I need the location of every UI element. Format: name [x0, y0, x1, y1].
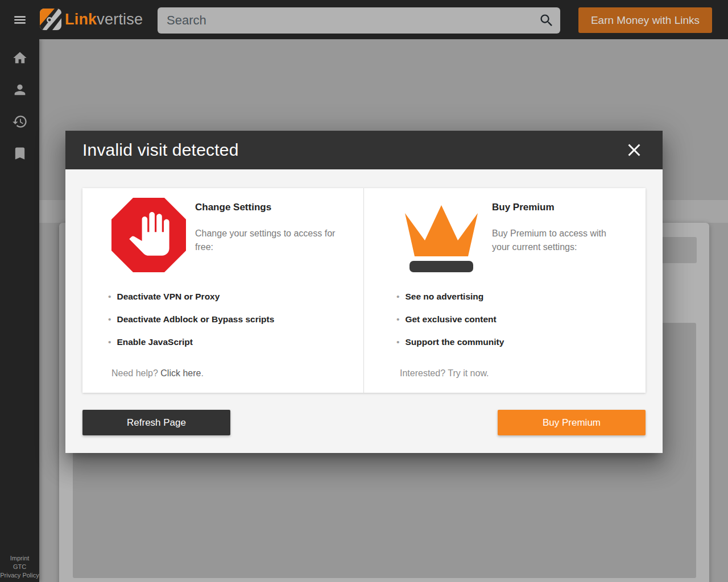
modal-body: Change Settings Change your settings to … — [65, 169, 663, 453]
need-help-text: Need help? — [111, 368, 158, 378]
buy-premium-column: Buy Premium Buy Premium to access with y… — [364, 188, 646, 393]
bullet-item: See no advertising — [396, 292, 504, 301]
stop-hand-icon — [111, 198, 186, 272]
earn-money-button[interactable]: Earn Money with Links — [578, 7, 712, 33]
sidebar-item-profile[interactable] — [0, 82, 39, 98]
crown-icon — [402, 203, 481, 273]
linkvertise-logo[interactable]: Linkvertise — [40, 9, 143, 30]
home-icon — [12, 50, 28, 66]
change-settings-text: Change Settings Change your settings to … — [195, 202, 337, 254]
help-suffix: . — [201, 368, 203, 378]
sidebar-footer: Imprint GTC Privacy Policy — [0, 554, 39, 580]
buy-premium-bullets: See no advertising Get exclusive content… — [396, 292, 504, 360]
search-icon[interactable] — [533, 7, 560, 34]
modal-header: Invalid visit detected — [65, 131, 663, 169]
change-settings-heading: Change Settings — [195, 202, 337, 213]
buy-premium-button[interactable]: Buy Premium — [498, 410, 646, 435]
sidebar-item-history[interactable] — [0, 114, 39, 130]
bullet-item: Enable JavaScript — [108, 338, 274, 347]
options-card: Change Settings Change your settings to … — [82, 188, 646, 393]
privacy-policy-link[interactable]: Privacy Policy — [0, 571, 39, 580]
top-header: Linkvertise Earn Money with Links — [0, 0, 728, 39]
refresh-page-button[interactable]: Refresh Page — [82, 410, 230, 435]
bullet-item: Deactivate Adblock or Bypass scripts — [108, 315, 274, 324]
interested-line: Interested? Try it now. — [400, 368, 489, 379]
person-icon — [12, 82, 28, 98]
sidebar: Imprint GTC Privacy Policy — [0, 39, 39, 582]
change-settings-description: Change your settings to access for free: — [195, 227, 337, 254]
gtc-link[interactable]: GTC — [0, 563, 39, 571]
logo-text: Linkvertise — [65, 11, 143, 28]
change-settings-column: Change Settings Change your settings to … — [82, 188, 364, 393]
imprint-link[interactable]: Imprint — [0, 554, 39, 563]
buy-premium-description: Buy Premium to access with your current … — [492, 227, 623, 254]
search-bar — [158, 7, 560, 34]
bullet-item: Deactivate VPN or Proxy — [108, 292, 274, 301]
search-input[interactable] — [158, 7, 533, 34]
bullet-item: Get exclusive content — [396, 315, 504, 324]
invalid-visit-modal: Invalid visit detected Change Settings — [65, 131, 663, 453]
click-here-link[interactable]: Click here — [160, 368, 201, 378]
modal-title: Invalid visit detected — [82, 140, 239, 160]
menu-icon[interactable] — [13, 13, 27, 27]
sidebar-item-bookmarks[interactable] — [0, 146, 39, 161]
history-icon — [12, 114, 28, 130]
bullet-item: Support the community — [396, 338, 504, 347]
change-settings-bullets: Deactivate VPN or Proxy Deactivate Adblo… — [108, 292, 274, 360]
bookmark-icon — [12, 146, 28, 161]
linkvertise-logo-icon — [40, 9, 61, 30]
buy-premium-text: Buy Premium Buy Premium to access with y… — [492, 202, 623, 254]
buy-premium-heading: Buy Premium — [492, 202, 623, 213]
need-help-line: Need help? Click here. — [111, 368, 204, 379]
close-icon[interactable] — [623, 139, 646, 161]
sidebar-item-home[interactable] — [0, 50, 39, 66]
